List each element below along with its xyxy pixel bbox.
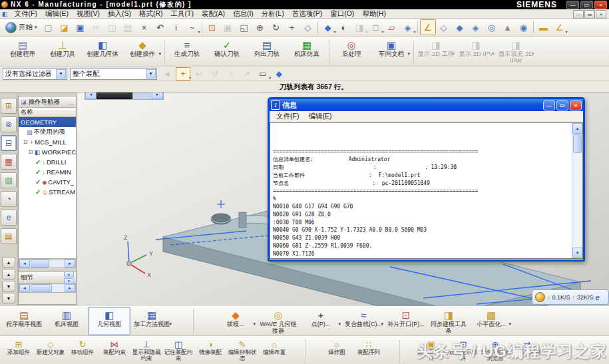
menu-tools[interactable]: 工具(T) [167, 9, 198, 19]
resource-scroll-up[interactable]: ▲ [2, 257, 15, 268]
scroll-right-icon[interactable]: ► [65, 260, 75, 268]
toolbar-separator[interactable] [316, 20, 320, 35]
resource-scroll-down[interactable]: ▼ [2, 281, 15, 291]
touch-select-icon[interactable]: ↺ [208, 67, 222, 81]
mdi-minimize-button[interactable]: — [573, 10, 584, 19]
cut-icon[interactable]: ✂ [89, 19, 104, 35]
section-icon[interactable]: ▱ [384, 19, 400, 35]
generate-toolpath-button[interactable]: ≡ 生成刀轨 [167, 37, 207, 66]
tree-expander-icon[interactable]: ⊟ [23, 139, 29, 145]
shaded-view-icon[interactable]: ◆ ▾ [320, 19, 336, 35]
navigator-column-header[interactable]: 名称 [19, 108, 76, 117]
toolbar-separator[interactable] [385, 337, 415, 364]
machining-method-view-button[interactable]: ▦ 加工方法视图 ▾ [130, 307, 173, 335]
measure-distance-icon[interactable]: ▬ [536, 19, 552, 35]
show-filled-2d-ipw-button[interactable]: ◨ 显示填充 2D IPW ▾ [496, 37, 536, 66]
close-button[interactable]: × [594, 1, 607, 9]
open-file-icon[interactable]: ◪ [57, 19, 73, 35]
tree-item-cavity[interactable]: ✓ ◆ CAVITY_ [19, 177, 76, 187]
show-2d-workpiece-button[interactable]: ◨ 显示 2D 工件 ▾ [416, 37, 456, 66]
network-monitor-widget[interactable]: ↓ 0.1K/S ↑ 32K/S e [532, 289, 609, 305]
info-close-button[interactable]: × [570, 100, 582, 110]
undo-icon[interactable]: ↶ [152, 19, 168, 35]
shop-documentation-button[interactable]: ▣ 车间文档 ▾ [371, 37, 411, 66]
composite-curve-button[interactable]: ≈ 复合曲线(C)... ▾ [342, 307, 385, 335]
exploded-view-button[interactable]: ☼ 爆炸图 [321, 337, 353, 364]
start-menu-button[interactable]: 开始 ▾ [2, 21, 41, 34]
scroll-left-icon[interactable]: ◄ [19, 260, 30, 268]
show-shaded-icon[interactable]: ◆ [272, 67, 286, 81]
patch-opening-button[interactable]: ⊡ 补片开口(P)... [385, 307, 427, 335]
navigator-options-button[interactable]: ... [69, 98, 74, 106]
synchronous-modeling-button[interactable]: ◨ 同步建模工具条 [427, 307, 470, 335]
tree-item-reaming[interactable]: ✓ ↓ REAMIN [19, 167, 76, 177]
remember-constraints-button[interactable]: ◫ 记住装配约束 [162, 337, 194, 364]
menu-information[interactable]: 信息(I) [229, 9, 258, 19]
resource-scroll-down2[interactable]: ▼ [2, 293, 15, 303]
assembly-constraints-button[interactable]: ⋈ 装配约束 [99, 337, 130, 364]
scroll-thumb[interactable] [31, 260, 49, 268]
info-transfer-icon[interactable]: i [168, 19, 184, 35]
menu-file[interactable]: 文件(F) [11, 9, 41, 19]
tree-item-workpiece[interactable]: ⊟ ◧ WORKPIECE [19, 147, 76, 157]
toolbar-separator[interactable] [290, 337, 321, 364]
snap-end-point-icon[interactable]: ◆ [452, 19, 468, 35]
rotate-view-icon[interactable]: ↻ [268, 19, 284, 35]
tree-item-drilling[interactable]: ✓ ↓ DRILLI [19, 157, 76, 167]
machine-simulation-button[interactable]: ▦ 机床仿真 [287, 37, 327, 66]
toolbar-separator[interactable] [532, 20, 536, 35]
zoom-in-out-icon[interactable]: ⊕ [252, 19, 268, 35]
info-restore-button[interactable]: ▭ [556, 100, 568, 110]
selection-scope-combo[interactable]: 整个装配 ▼ [70, 68, 157, 80]
wave-geometry-linker-button[interactable]: ◎ WAVE 几何链接器 [257, 307, 300, 335]
menu-insert[interactable]: 插入(S) [104, 9, 135, 19]
edit-arrangement-button[interactable]: ⌂ 编辑布置 [258, 337, 290, 364]
details-hscrollbar[interactable]: ◄ ► [19, 283, 76, 293]
navigator-hscrollbar[interactable]: ◄ ► [19, 259, 76, 268]
create-program-button[interactable]: ▤ 创建程序 [3, 37, 43, 66]
program-order-view-button[interactable]: ▤ 程序顺序视图 [3, 307, 45, 335]
snap-quadrant-icon[interactable]: ◉ [516, 19, 532, 35]
tab-assembly-navigator[interactable]: ⊞ [1, 98, 17, 114]
spin-up-icon[interactable]: ▲ [64, 272, 74, 277]
pick-select-icon[interactable]: ↗ [240, 67, 254, 81]
info-menu-file[interactable]: 文件(F) [272, 112, 304, 121]
tree-item-mcs-mill[interactable]: ⊟ + MCS_MILL [19, 137, 76, 147]
lift-select-icon[interactable]: ↑ [224, 67, 238, 81]
tree-item-streamline[interactable]: ✓ ◎ STREAM [19, 187, 76, 197]
info-minimize-button[interactable]: — [543, 100, 555, 110]
menu-preferences[interactable]: 首选项(P) [288, 9, 327, 19]
snap-point-icon[interactable]: ◇ [436, 19, 452, 35]
point-button[interactable]: + 点(P)... ▾ [300, 307, 342, 335]
tab-web-browser[interactable]: e [1, 210, 17, 226]
menu-format[interactable]: 格式(R) [135, 9, 167, 19]
zoom-box-icon[interactable]: ◱ [236, 19, 252, 35]
toolbar-separator[interactable] [200, 20, 204, 35]
create-operation-button[interactable]: ◆ 创建操作 ▾ [122, 37, 162, 66]
edit-suppression-button[interactable]: ✎ 编辑抑制状态 [226, 337, 258, 364]
tree-expander-icon[interactable]: ⊟ [29, 149, 33, 155]
mdi-restore-button[interactable]: ▭ [584, 10, 595, 19]
mirror-assembly-button[interactable]: ◑ 镜像装配 [194, 337, 226, 364]
maximize-button[interactable]: ▭ [580, 1, 593, 9]
menu-assemblies[interactable]: 装配(A) [198, 9, 229, 19]
menu-view[interactable]: 视图(V) [73, 9, 104, 19]
new-file-icon[interactable]: ▢ [41, 19, 57, 35]
undo-selection-icon[interactable]: ↩ [192, 67, 206, 81]
tab-history[interactable]: ◔ [1, 191, 17, 207]
menu-edit[interactable]: 编辑(E) [41, 9, 73, 19]
snap-cursor-icon[interactable]: ▲ [500, 19, 516, 35]
tab-operation-navigator[interactable]: ⊟ [1, 135, 17, 151]
show-hide-constraints-button[interactable]: ⊥ 显示和隐藏约束 [130, 337, 162, 364]
orient-wcs-icon[interactable]: ∠ [420, 19, 436, 35]
tab-palettes[interactable]: ▤ [1, 228, 17, 244]
minimize-button[interactable]: — [566, 1, 579, 9]
chevron-down-icon[interactable]: ▼ [56, 69, 66, 79]
tab-constraint-navigator[interactable]: ⊚ [1, 116, 17, 132]
hidden-edge-icon[interactable]: ◨ ▾ [352, 19, 368, 35]
create-geometry-button[interactable]: ◧ 创建几何体 [83, 37, 122, 66]
zoom-fill-icon[interactable]: ▣ [220, 19, 236, 35]
toolbar-separator[interactable] [173, 307, 214, 335]
info-vscrollbar[interactable]: ▲ ▼ [572, 123, 582, 258]
tree-item-unused[interactable]: ▧ 不使用的项 [19, 127, 76, 137]
